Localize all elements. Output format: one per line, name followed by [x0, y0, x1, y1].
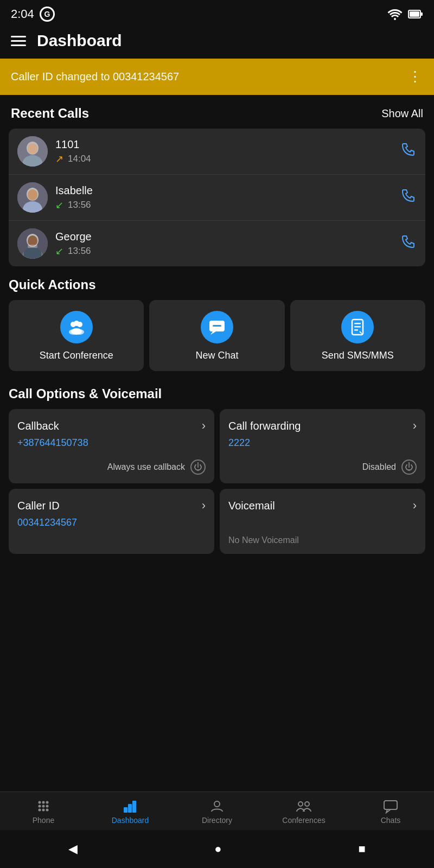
call-info: 1101 ↗ 14:04	[55, 138, 400, 165]
sms-icon	[341, 311, 374, 343]
g-app-icon: G	[40, 7, 55, 22]
call-meta: ↗ 14:04	[55, 153, 400, 165]
chats-nav-label: Chats	[381, 816, 401, 825]
svg-rect-49	[384, 801, 397, 809]
app-header: Dashboard	[0, 26, 434, 59]
back-button[interactable]: ◀	[68, 842, 78, 856]
bottom-navigation: Phone Dashboard Directory Conferences	[0, 792, 434, 830]
callback-card[interactable]: Callback › +387644150738 Always use call…	[9, 409, 214, 483]
call-time: 13:56	[68, 246, 91, 257]
call-forwarding-title: Call forwarding	[228, 420, 301, 432]
recent-calls-list: 1101 ↗ 14:04 Isabelle ↙	[9, 129, 425, 266]
svg-rect-43	[124, 807, 127, 813]
call-name: Isabelle	[55, 184, 400, 197]
outgoing-call-icon: ↗	[55, 153, 63, 165]
call-forwarding-toggle[interactable]: ⏻	[401, 459, 417, 475]
call-time: 14:04	[68, 154, 91, 164]
svg-point-36	[46, 801, 49, 804]
table-row: George ↙ 13:56	[9, 221, 425, 266]
recents-button[interactable]: ■	[359, 842, 366, 856]
call-button[interactable]	[400, 188, 417, 208]
hamburger-menu[interactable]	[11, 36, 26, 46]
svg-point-47	[298, 802, 303, 806]
table-row: 1101 ↗ 14:04	[9, 129, 425, 175]
start-conference-button[interactable]: Start Conference	[9, 300, 144, 371]
call-button[interactable]	[400, 234, 417, 254]
quick-actions-grid: Start Conference New Chat	[9, 300, 425, 371]
svg-rect-27	[213, 325, 221, 327]
send-sms-label: Send SMS/MMS	[322, 350, 394, 361]
conferences-nav-label: Conferences	[282, 816, 325, 825]
svg-point-46	[214, 801, 220, 807]
svg-rect-30	[354, 326, 361, 328]
banner-more-options[interactable]: ⋮	[408, 68, 423, 85]
phone-nav-label: Phone	[33, 816, 54, 825]
phone-nav-icon	[36, 799, 51, 814]
caller-id-title: Caller ID	[17, 500, 60, 512]
svg-rect-2	[410, 11, 419, 17]
svg-point-48	[305, 802, 309, 806]
recent-calls-title: Recent Calls	[11, 106, 89, 121]
call-options-title: Call Options & Voicemail	[9, 386, 162, 401]
home-button[interactable]: ●	[214, 842, 221, 856]
nav-item-directory[interactable]: Directory	[174, 799, 260, 825]
incoming-call-icon: ↙	[55, 245, 63, 257]
caller-id-card[interactable]: Caller ID › 00341234567	[9, 489, 214, 554]
call-forwarding-card[interactable]: Call forwarding › 2222 Disabled ⏻	[220, 409, 425, 483]
call-info: Isabelle ↙ 13:56	[55, 184, 400, 211]
svg-point-34	[39, 801, 41, 804]
avatar	[17, 136, 48, 167]
callback-toggle[interactable]: ⏻	[190, 459, 206, 475]
nav-item-phone[interactable]: Phone	[0, 799, 87, 825]
new-chat-button[interactable]: New Chat	[149, 300, 284, 371]
status-time: 2:04	[11, 7, 34, 21]
call-meta: ↙ 13:56	[55, 245, 400, 257]
svg-rect-29	[354, 323, 361, 324]
nav-item-dashboard[interactable]: Dashboard	[87, 799, 174, 825]
svg-point-11	[28, 189, 37, 200]
callback-footer-label: Always use callback	[107, 462, 185, 472]
svg-point-41	[42, 809, 45, 812]
dashboard-nav-label: Dashboard	[112, 816, 149, 825]
svg-point-6	[28, 143, 37, 154]
svg-rect-1	[420, 12, 423, 16]
send-sms-button[interactable]: Send SMS/MMS	[290, 300, 425, 371]
svg-marker-26	[210, 331, 216, 335]
table-row: Isabelle ↙ 13:56	[9, 175, 425, 221]
svg-point-38	[42, 805, 45, 808]
nav-item-conferences[interactable]: Conferences	[260, 799, 347, 825]
call-info: George ↙ 13:56	[55, 231, 400, 257]
svg-rect-18	[28, 245, 37, 248]
new-chat-label: New Chat	[195, 350, 238, 361]
incoming-call-icon: ↙	[55, 199, 63, 211]
page-title: Dashboard	[37, 31, 122, 50]
start-conference-label: Start Conference	[40, 350, 113, 361]
svg-point-42	[46, 809, 49, 812]
call-options-grid: Callback › +387644150738 Always use call…	[9, 409, 425, 554]
svg-rect-31	[354, 329, 358, 331]
avatar	[17, 228, 48, 259]
svg-point-35	[42, 801, 45, 804]
call-meta: ↙ 13:56	[55, 199, 400, 211]
svg-point-24	[71, 328, 82, 335]
show-all-button[interactable]: Show All	[381, 107, 423, 120]
svg-point-40	[39, 809, 41, 812]
svg-rect-44	[128, 804, 132, 813]
caller-id-value: 00341234567	[17, 517, 206, 528]
call-forwarding-value: 2222	[228, 437, 417, 449]
chat-icon	[201, 311, 233, 343]
system-navigation: ◀ ● ■	[0, 830, 434, 868]
call-name: 1101	[55, 138, 400, 151]
svg-rect-45	[132, 801, 136, 813]
call-forwarding-footer-label: Disabled	[362, 462, 396, 472]
voicemail-card[interactable]: Voicemail › No New Voicemail	[220, 489, 425, 554]
nav-item-chats[interactable]: Chats	[347, 799, 434, 825]
call-time: 13:56	[68, 200, 91, 210]
quick-actions-title: Quick Actions	[9, 277, 95, 292]
banner-text: Caller ID changed to 00341234567	[11, 71, 179, 83]
voicemail-chevron: ›	[413, 499, 417, 513]
caller-id-chevron: ›	[202, 499, 206, 513]
call-button[interactable]	[400, 142, 417, 162]
chats-nav-icon	[383, 799, 398, 814]
voicemail-status: No New Voicemail	[228, 535, 417, 545]
